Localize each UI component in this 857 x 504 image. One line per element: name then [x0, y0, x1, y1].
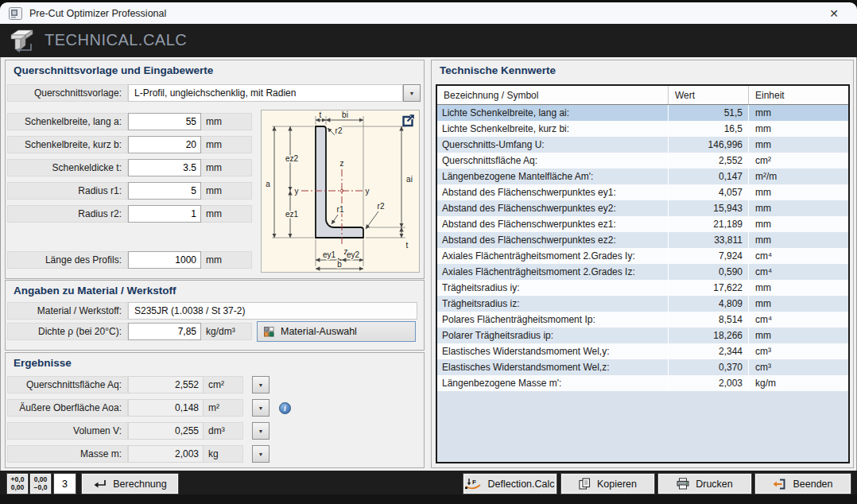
- dimension-input[interactable]: [128, 136, 201, 153]
- chevron-down-icon[interactable]: ▼: [252, 422, 270, 440]
- table-row[interactable]: Querschnittsfläche Aq: 2,552 cm²: [437, 153, 848, 169]
- svg-text:F: F: [472, 479, 476, 486]
- density-input[interactable]: [128, 323, 201, 340]
- table-row[interactable]: Elastisches Widerstandsmoment Wel,z: 0,3…: [437, 359, 848, 375]
- table-row[interactable]: Abstand des Flächenschwerpunktes ez2: 33…: [437, 232, 848, 248]
- row-name: Abstand des Flächenschwerpunktes ey1:: [437, 184, 668, 200]
- copy-icon: [579, 478, 591, 490]
- info-icon[interactable]: i: [279, 402, 291, 414]
- button-label: Beenden: [793, 479, 832, 490]
- dim-label: r1: [337, 205, 344, 214]
- kennwerte-table-body: Lichte Schenkelbreite, lang ai: 51,5 mm …: [437, 105, 848, 391]
- material-palette-icon: [264, 327, 274, 337]
- row-name: Längenbezogene Masse m':: [437, 375, 668, 391]
- row-value: 146,996: [668, 137, 748, 153]
- decimals-field[interactable]: 3: [54, 474, 76, 494]
- dimension-input[interactable]: [128, 205, 201, 223]
- calculate-button[interactable]: Berechnung: [82, 474, 178, 494]
- length-input[interactable]: [128, 251, 201, 269]
- table-row[interactable]: Abstand des Flächenschwerpunktes ey1: 4,…: [437, 184, 848, 200]
- chevron-down-icon[interactable]: ▼: [252, 399, 270, 417]
- open-external-icon[interactable]: [401, 114, 415, 128]
- row-value: 2,344: [668, 343, 748, 359]
- input-row: Schenkelbreite, kurz b: mm: [7, 136, 252, 153]
- enter-arrow-icon: [93, 479, 107, 489]
- input-row: Schenkelbreite, lang a: mm: [7, 113, 252, 130]
- result-row: Masse m: 2,003 kg ▼ i: [7, 445, 424, 463]
- dimension-input[interactable]: [128, 159, 201, 176]
- dimension-input[interactable]: [128, 182, 201, 200]
- table-row[interactable]: Längenbezogene Masse m': 2,003 kg/m: [437, 375, 848, 391]
- table-row[interactable]: Trägheitsradius iy: 17,622 mm: [437, 280, 848, 296]
- dim-label: b: [337, 260, 342, 269]
- decimal-decrease-button[interactable]: 0,00 −0,0: [30, 474, 51, 494]
- row-value: 4,809: [668, 296, 748, 312]
- chevron-down-icon[interactable]: ▼: [252, 376, 270, 394]
- row-unit: mm: [748, 105, 848, 121]
- dim-label: r2: [378, 202, 385, 211]
- material-row: Material / Werkstoff: S235JR (1.0038 / S…: [7, 302, 417, 320]
- row-value: 0,590: [668, 264, 748, 280]
- row-name: Längenbezogene Mantelfläche Am':: [437, 169, 668, 184]
- table-row[interactable]: Längenbezogene Mantelfläche Am': 0,147 m…: [437, 169, 848, 184]
- row-name: Axiales Flächenträgheitsmoment 2.Grades …: [437, 248, 668, 264]
- density-unit: kg/dm³: [201, 323, 252, 340]
- section-title: Technische Kennwerte: [440, 64, 556, 76]
- template-value[interactable]: L-Profil, ungleichschenklig, mit Radien: [128, 84, 403, 102]
- table-row[interactable]: Lichte Schenkelbreite, lang ai: 51,5 mm: [437, 105, 848, 121]
- table-row[interactable]: Querschnitts-Umfang U: 146,996 mm: [437, 137, 848, 153]
- template-combobox: Querschnittsvorlage: L-Profil, ungleichs…: [7, 84, 421, 102]
- row-unit: cm³: [748, 343, 848, 359]
- input-label: Schenkelbreite, lang a:: [7, 113, 128, 130]
- table-row[interactable]: Polares Flächenträgheitsmoment Ip: 8,514…: [437, 312, 848, 328]
- result-value: 0,148: [128, 399, 204, 417]
- input-label: Radius r1:: [7, 182, 128, 200]
- row-unit: cm²: [748, 153, 848, 169]
- material-button-label: Material-Auswahl: [281, 326, 357, 337]
- dim-label: r2: [335, 126, 343, 135]
- exit-door-icon: [773, 478, 786, 490]
- app-icon: [9, 7, 22, 20]
- row-unit: mm: [748, 328, 848, 343]
- length-label: Länge des Profils:: [7, 251, 128, 269]
- table-row[interactable]: Axiales Flächenträgheitsmoment 2.Grades …: [437, 248, 848, 264]
- row-name: Querschnitts-Umfang U:: [437, 137, 668, 153]
- dimension-input[interactable]: [128, 113, 201, 130]
- input-label: Radius r2:: [7, 205, 128, 223]
- input-label: Schenkelbreite, kurz b:: [7, 136, 128, 153]
- row-name: Abstand des Flächenschwerpunktes ez2:: [437, 232, 668, 248]
- section-template-inputs: Querschnittsvorlage und Eingabewerte Que…: [5, 60, 425, 279]
- table-row[interactable]: Elastisches Widerstandsmoment Wel,y: 2,3…: [437, 343, 848, 359]
- row-name: Polarer Trägheitsradius ip:: [437, 328, 668, 343]
- row-value: 2,552: [668, 153, 748, 169]
- copy-button[interactable]: Kopieren: [561, 474, 654, 494]
- row-value: 4,057: [668, 184, 748, 200]
- section-title: Querschnittsvorlage und Eingabewerte: [14, 64, 213, 76]
- kennwerte-table-header: Bezeichnung / Symbol Wert Einheit: [437, 86, 848, 105]
- dim-label: t: [320, 110, 322, 119]
- table-row[interactable]: Trägheitsradius iz: 4,809 mm: [437, 296, 848, 312]
- row-unit: kg/m: [748, 375, 848, 391]
- row-value: 7,924: [668, 248, 748, 264]
- print-button[interactable]: Drucken: [658, 474, 751, 494]
- printer-icon: [677, 478, 689, 490]
- close-button[interactable]: ✕: [822, 4, 846, 22]
- column-header: Wert: [668, 86, 748, 104]
- row-unit: mm: [748, 200, 848, 216]
- table-row[interactable]: Abstand des Flächenschwerpunktes ez1: 21…: [437, 216, 848, 232]
- deflection-calc-button[interactable]: F Deflection.Calc: [463, 474, 556, 494]
- decimal-increase-button[interactable]: +0,0 0,00: [7, 474, 28, 494]
- exit-button[interactable]: Beenden: [755, 474, 851, 494]
- result-label: Äußere Oberfläche Aoa:: [7, 399, 128, 417]
- material-select-button[interactable]: Material-Auswahl: [257, 321, 416, 342]
- input-unit: mm: [201, 159, 252, 176]
- table-row[interactable]: Axiales Flächenträgheitsmoment 2.Grades …: [437, 264, 848, 280]
- button-label: Drucken: [696, 479, 733, 490]
- table-row[interactable]: Lichte Schenkelbreite, kurz bi: 16,5 mm: [437, 121, 848, 137]
- density-label: Dichte ρ (bei 20°C):: [7, 323, 128, 340]
- result-row: Äußere Oberfläche Aoa: 0,148 m² ▼ i: [7, 399, 424, 417]
- table-row[interactable]: Polarer Trägheitsradius ip: 18,266 mm: [437, 328, 848, 343]
- table-row[interactable]: Abstand des Flächenschwerpunktes ey2: 15…: [437, 200, 848, 216]
- chevron-down-icon[interactable]: ▼: [252, 445, 270, 463]
- chevron-down-icon[interactable]: ▼: [403, 84, 421, 102]
